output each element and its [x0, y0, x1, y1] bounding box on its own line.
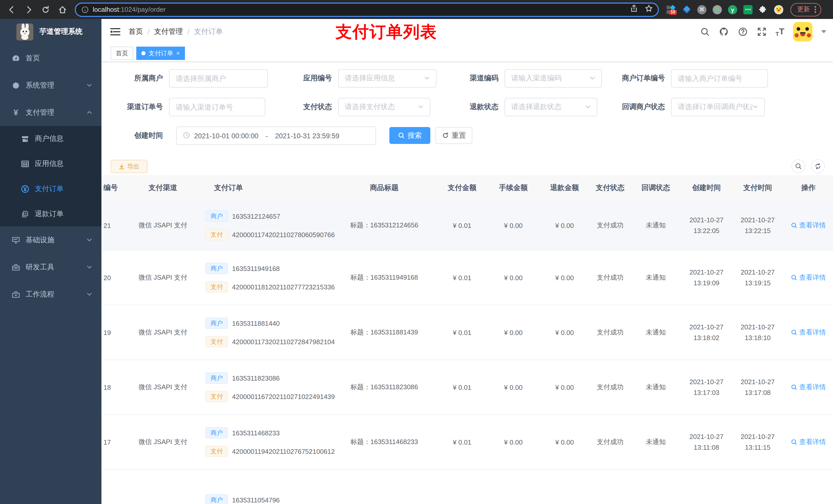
- tab-pay-order[interactable]: 支付订单 ×: [136, 47, 185, 60]
- github-icon[interactable]: [719, 27, 729, 37]
- pay-tag: 支付: [206, 391, 228, 402]
- browser-update-button[interactable]: 更新: [790, 3, 821, 16]
- channel-order-no-input[interactable]: [176, 103, 259, 111]
- sidebar-item-refund-order[interactable]: 退款订单: [0, 201, 101, 226]
- merchant-select[interactable]: [169, 69, 268, 88]
- cell-paid-time: 2021-10-2713:11:15: [732, 431, 784, 453]
- back-icon[interactable]: [7, 5, 16, 14]
- pay-status-select[interactable]: 请选择支付状态: [338, 98, 430, 116]
- sidebar-item-infrastructure[interactable]: 基础设施: [0, 226, 101, 254]
- bookmark-star-icon[interactable]: [645, 5, 653, 14]
- page-root: localhost:1024/pay/order 10 ⌘ y 更新: [0, 0, 833, 504]
- view-detail-link[interactable]: 查看详情: [784, 328, 833, 337]
- filter-label: 渠道编码: [438, 74, 505, 83]
- channel-code-select[interactable]: 请输入渠道编码: [505, 69, 602, 88]
- cell-refund: ¥ 0.00: [539, 274, 590, 282]
- notify-status-select[interactable]: 请选择订单回调商户状态: [671, 98, 765, 116]
- app-id-select[interactable]: 请选择应用信息: [338, 69, 436, 88]
- order-number: 1635311823086: [232, 374, 280, 382]
- address-bar[interactable]: localhost:1024/pay/order: [75, 2, 659, 17]
- user-avatar[interactable]: [793, 22, 812, 42]
- extension-recorder-icon[interactable]: [713, 5, 722, 14]
- table-body: 21微信 JSAPI 支付商户1635312124657支付4200001174…: [101, 201, 833, 504]
- sidebar-item-home[interactable]: 首页: [0, 45, 101, 72]
- filter-label: 渠道订单号: [102, 102, 169, 112]
- reload-icon[interactable]: [41, 5, 50, 14]
- sidebar-item-app-info[interactable]: 应用信息: [0, 151, 101, 176]
- merchant-input[interactable]: [176, 74, 261, 82]
- extension-gem-icon[interactable]: [682, 5, 691, 14]
- sidebar-item-payment[interactable]: ¥ 支付管理: [0, 99, 101, 126]
- extension-command-icon[interactable]: ⌘: [697, 5, 707, 14]
- profile-emoji-icon[interactable]: [774, 5, 783, 14]
- filter-label: 回调商户状态: [604, 102, 671, 112]
- view-detail-link[interactable]: 查看详情: [784, 383, 833, 392]
- cell-amount: ¥ 0.01: [436, 221, 488, 229]
- filter-label: 退款状态: [438, 102, 505, 112]
- top-navbar: 首页 / 支付管理 / 支付订单 支付订单列表 TT: [101, 19, 833, 45]
- sidebar-item-dev-tools[interactable]: 研发工具: [0, 254, 101, 281]
- breadcrumb: 首页 / 支付管理 / 支付订单: [128, 27, 223, 37]
- share-icon[interactable]: [630, 5, 638, 14]
- breadcrumb-home[interactable]: 首页: [128, 27, 143, 37]
- search-button[interactable]: 搜索: [389, 127, 430, 144]
- search-icon[interactable]: [700, 27, 710, 37]
- extension-y-icon[interactable]: y: [728, 5, 737, 14]
- sidebar-item-pay-order[interactable]: 支付订单: [0, 176, 101, 201]
- order-number: 1635311881440: [232, 319, 280, 327]
- cell-channel: 微信 JSAPI 支付: [122, 273, 204, 282]
- extension-chat-icon[interactable]: [743, 5, 753, 14]
- breadcrumb-current: 支付订单: [194, 27, 223, 37]
- extension-badge: 10: [669, 9, 677, 15]
- merchant-order-no-field[interactable]: [671, 69, 768, 88]
- channel-order-no-field[interactable]: [169, 98, 265, 116]
- forward-icon[interactable]: [24, 5, 33, 14]
- avatar-caret-icon[interactable]: [821, 30, 826, 33]
- tab-home[interactable]: 首页: [111, 47, 133, 60]
- app-logo[interactable]: 芋道管理系统: [0, 19, 101, 45]
- cell-pay-order: 商户1635311823086支付42000011672021102710224…: [204, 373, 332, 402]
- cell-created-time: 2021-10-2713:22:05: [681, 215, 732, 236]
- extensions-puzzle-icon[interactable]: [759, 5, 768, 14]
- merchant-tag: 商户: [206, 373, 228, 384]
- font-size-icon[interactable]: TT: [776, 27, 784, 37]
- refund-status-select[interactable]: 请选择退款状态: [505, 98, 597, 116]
- cell-fee: ¥ 0.00: [488, 274, 539, 282]
- merchant-tag: 商户: [206, 317, 228, 329]
- logo-rabbit-avatar: [16, 23, 33, 40]
- chevron-down-icon: [87, 290, 92, 298]
- view-detail-link[interactable]: 查看详情: [784, 437, 833, 447]
- fullscreen-icon[interactable]: [757, 27, 767, 37]
- merchant-order-no-input[interactable]: [678, 74, 761, 82]
- extensions-row: 10 ⌘ y: [667, 5, 783, 14]
- view-detail-link[interactable]: 查看详情: [784, 273, 833, 282]
- order-number: 1635311468233: [232, 429, 280, 437]
- order-number: 4200001181202110277723215336: [232, 283, 335, 291]
- refresh-table-button[interactable]: [811, 159, 825, 173]
- cell-pay-order: 商户1635311881440支付42000011732021102728479…: [204, 317, 332, 347]
- export-button[interactable]: 导出: [111, 160, 147, 173]
- breadcrumb-payment[interactable]: 支付管理: [154, 27, 183, 37]
- extension-sigma-icon[interactable]: 10: [667, 5, 676, 14]
- home-icon[interactable]: [58, 5, 67, 14]
- table-header: 编号 支付渠道 支付订单 商品标题 支付金额 手续金额 退款金额 支付状态 回调…: [101, 175, 833, 201]
- cell-pay-order: 商户1635312124657支付42000011742021102780605…: [204, 211, 332, 240]
- close-tab-icon[interactable]: ×: [176, 50, 180, 56]
- collapse-sidebar-icon[interactable]: [110, 28, 120, 36]
- create-time-range-picker[interactable]: 2021-10-01 00:00:00 - 2021-10-31 23:59:5…: [176, 126, 376, 145]
- site-info-icon[interactable]: [81, 6, 89, 13]
- browser-menu-icon[interactable]: [814, 6, 816, 13]
- cell-id: 20: [101, 274, 122, 282]
- sidebar-item-system[interactable]: 系统管理: [0, 72, 101, 99]
- pay-tag: 支付: [206, 229, 228, 240]
- reset-button[interactable]: 重置: [435, 127, 472, 144]
- help-icon[interactable]: [738, 27, 748, 37]
- pay-tag: 支付: [206, 446, 228, 457]
- sidebar-item-merchant-info[interactable]: 商户信息: [0, 126, 101, 151]
- cell-title: 标题：1635311949168: [332, 273, 436, 282]
- view-detail-link[interactable]: 查看详情: [784, 221, 833, 230]
- magnifier-icon: [791, 329, 797, 335]
- cell-id: 21: [101, 221, 122, 229]
- sidebar-item-workflow[interactable]: 工作流程: [0, 281, 101, 308]
- toggle-search-button[interactable]: [791, 159, 805, 173]
